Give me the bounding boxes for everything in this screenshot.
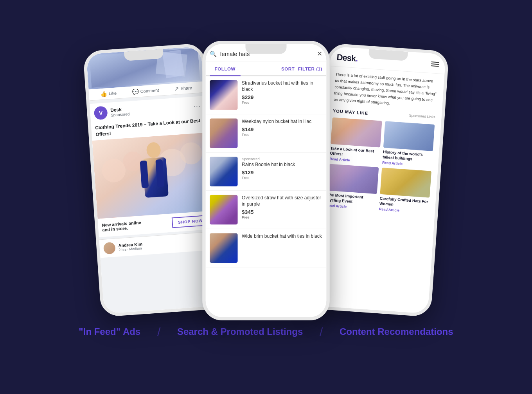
you-may-like-title: YOU MAY LIKE	[333, 108, 368, 116]
item-title-5: Wide brim bucket hat with ties in black	[242, 233, 322, 239]
item-shipping-3: Free	[242, 175, 322, 180]
phone-3-shell: Desk. There is a lot of exciting stuff g…	[310, 43, 449, 317]
content-body: There is a lot of exciting stuff going o…	[320, 66, 444, 220]
logo-dot: .	[355, 54, 358, 63]
phone-1-shell: 👍 Like 💬 Comment ↗ Share	[83, 43, 223, 317]
content-screen: Desk. There is a lot of exciting stuff g…	[313, 46, 446, 314]
search-item[interactable]: Oversized straw hat with size adjuster i…	[206, 191, 327, 229]
share-button[interactable]: ↗ Share	[174, 85, 192, 92]
feed-card-info: Desk Sponsored	[110, 102, 191, 117]
feed-card-image	[92, 132, 212, 219]
card-image-1	[331, 117, 382, 148]
label-phone-1: "In Feed" Ads	[79, 325, 140, 339]
content-logo: Desk.	[336, 52, 358, 64]
feed-cta-text: New arrivals onlineand in store.	[102, 220, 142, 232]
item-image-4	[210, 195, 237, 225]
labels-row: "In Feed" Ads / Search & Promoted Listin…	[70, 325, 462, 339]
item-info-2: Weekday nylon bucket hat in lilac $149 F…	[242, 118, 322, 136]
like-label: Like	[109, 90, 117, 96]
content-card-2[interactable]: History of the world's tallest buildings…	[382, 121, 435, 168]
tab-filter[interactable]: FILTER (1)	[298, 66, 322, 71]
search-item[interactable]: Weekday nylon bucket hat in lilac $149 F…	[206, 114, 327, 153]
item-shipping-1: Free	[242, 100, 322, 105]
feed-avatar: V	[94, 106, 108, 120]
item-title-1: Stradivarius bucket hat with ties in bla…	[242, 80, 322, 92]
item-image-3	[210, 157, 237, 186]
card-image-4	[380, 168, 431, 198]
search-icon: 🔍	[210, 51, 217, 57]
comment-label: Comment	[140, 88, 159, 94]
phone-2-wrapper: 🔍 female hats ✕ FOLLOW SORT FILTER (1)	[205, 47, 327, 314]
comment-button[interactable]: 💬 Comment	[132, 87, 159, 95]
item-info-5: Wide brim bucket hat with ties in black	[242, 233, 322, 241]
share-label: Share	[180, 85, 192, 91]
content-recommendations-grid: Take a Look at our Best Offers! Read Art…	[326, 117, 435, 215]
feed-screen: 👍 Like 💬 Comment ↗ Share	[86, 46, 219, 314]
search-bar: 🔍 female hats ✕	[206, 44, 327, 62]
item-price-1: $229	[242, 94, 322, 100]
item-title-2: Weekday nylon bucket hat in lilac	[242, 118, 322, 125]
tab-follow[interactable]: FOLLOW	[210, 62, 240, 76]
sponsored-links-label: Sponsored Links	[409, 113, 435, 119]
like-icon: 👍	[101, 90, 108, 97]
search-screen: 🔍 female hats ✕ FOLLOW SORT FILTER (1)	[206, 44, 327, 317]
item-info-3: Sponsored Rains Boonie hat in black $129…	[242, 157, 322, 180]
item-shipping-2: Free	[242, 132, 322, 137]
like-button[interactable]: 👍 Like	[101, 90, 117, 97]
search-clear-icon[interactable]: ✕	[317, 50, 322, 58]
hamburger-menu-icon[interactable]	[431, 61, 439, 67]
label-phone-2: Search & Promoted Listings	[177, 325, 303, 339]
item-info-4: Oversized straw hat with size adjuster i…	[242, 195, 322, 219]
content-article-text: There is a lot of exciting stuff going o…	[334, 71, 438, 110]
search-item[interactable]: Wide brim bucket hat with ties in black	[206, 229, 327, 267]
search-item[interactable]: Stradivarius bucket hat with ties in bla…	[206, 76, 327, 114]
user-info: Andrea Kim 2 hrs · Medium	[118, 237, 200, 252]
item-title-4: Oversized straw hat with size adjuster i…	[242, 195, 322, 207]
item-price-4: $345	[242, 209, 322, 215]
label-phone-3: Content Recomendations	[340, 325, 453, 339]
search-tabs: FOLLOW SORT FILTER (1)	[206, 62, 327, 76]
content-card-4[interactable]: Carefully Crafted Hats For Women Read Ar…	[379, 168, 431, 215]
phone-3-wrapper: Desk. There is a lot of exciting stuff g…	[327, 47, 448, 314]
item-info-1: Stradivarius bucket hat with ties in bla…	[242, 80, 322, 105]
item-shipping-4: Free	[242, 215, 322, 219]
card-image-3	[327, 164, 379, 194]
feed-more-icon[interactable]: ···	[193, 103, 201, 110]
comment-icon: 💬	[132, 89, 139, 95]
feed-ad-card: V Desk Sponsored ··· Clothing Trends 201…	[90, 96, 214, 237]
item-title-3: Rains Boonie hat in black	[242, 162, 322, 168]
item-price-2: $149	[242, 126, 322, 132]
share-icon: ↗	[174, 85, 179, 92]
divider-1: /	[157, 325, 160, 339]
search-tab-right: SORT FILTER (1)	[281, 66, 322, 71]
card-image-2	[383, 121, 435, 151]
phones-container: 👍 Like 💬 Comment ↗ Share	[84, 47, 448, 314]
item-image-5	[210, 233, 237, 263]
item-sponsored-3: Sponsored	[242, 157, 322, 161]
divider-2: /	[320, 325, 323, 339]
item-image-1	[210, 80, 237, 110]
item-image-2	[210, 118, 237, 148]
user-avatar	[103, 242, 116, 254]
tab-sort[interactable]: SORT	[281, 66, 295, 71]
phone-2-shell: 🔍 female hats ✕ FOLLOW SORT FILTER (1)	[202, 41, 330, 320]
content-card-3[interactable]: The Most Important Cycling Event Read Ar…	[326, 164, 379, 211]
search-input[interactable]: female hats	[220, 51, 313, 57]
search-item[interactable]: Sponsored Rains Boonie hat in black $129…	[206, 153, 327, 191]
phone-1-wrapper: 👍 Like 💬 Comment ↗ Share	[84, 47, 205, 314]
content-card-1[interactable]: Take a Look at our Best Offers! Read Art…	[329, 117, 382, 164]
item-price-3: $129	[242, 170, 322, 176]
